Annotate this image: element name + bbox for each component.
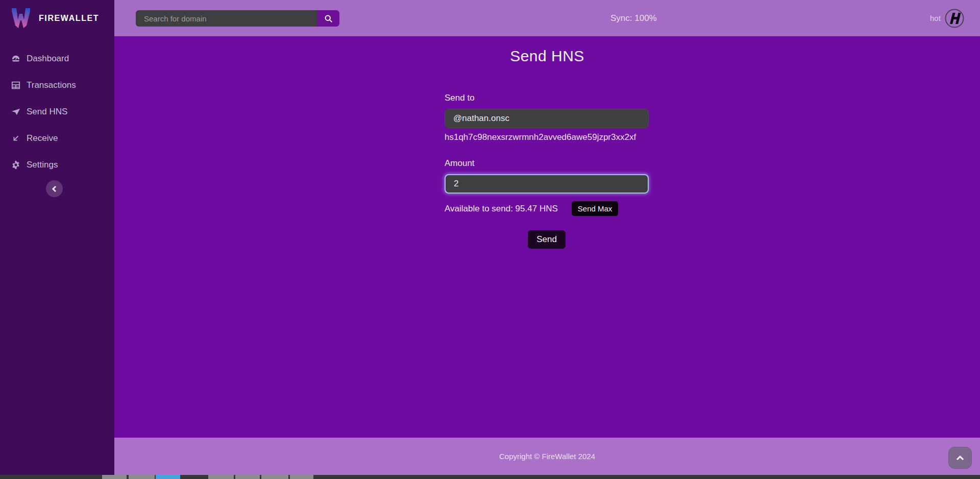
sidebar-item-label: Send HNS [27, 107, 67, 117]
send-to-label: Send to [445, 93, 649, 103]
sidebar-item-label: Transactions [27, 80, 76, 90]
taskbar-item[interactable] [208, 475, 234, 479]
amount-label: Amount [445, 158, 649, 169]
footer: Copyright © FireWallet 2024 [114, 438, 980, 475]
firewallet-logo-icon [11, 7, 31, 29]
search-input[interactable] [136, 10, 317, 27]
sidebar-item-transactions[interactable]: Transactions [0, 72, 114, 99]
send-to-input[interactable] [445, 109, 649, 128]
available-balance: Available to send: 95.47 HNS [445, 204, 558, 214]
sidebar-item-label: Receive [27, 133, 58, 143]
sidebar-item-receive[interactable]: Receive [0, 125, 114, 152]
main-content: Send HNS Send to hs1qh7c98nexsrzwrmnh2av… [114, 36, 980, 438]
copyright-text: Copyright © FireWallet 2024 [499, 452, 595, 461]
send-form: Send to hs1qh7c98nexsrzwrmnh2avved6awe59… [445, 93, 649, 249]
taskbar-item[interactable] [261, 475, 288, 479]
sync-status: Sync: 100% [610, 0, 657, 36]
topbar: Sync: 100% hot [114, 0, 980, 36]
chevron-left-icon [52, 186, 58, 192]
taskbar-item-active[interactable] [156, 475, 180, 479]
sidebar: FIREWALLET Dashboard Transactions Send H… [0, 0, 114, 475]
table-icon [11, 80, 21, 90]
taskbar-item[interactable] [235, 475, 260, 479]
sidebar-item-send-hns[interactable]: Send HNS [0, 99, 114, 125]
brand-name: FIREWALLET [39, 14, 99, 23]
sidebar-item-label: Dashboard [27, 54, 69, 64]
paper-plane-icon [11, 107, 21, 117]
gear-icon [11, 160, 21, 170]
chevron-up-icon [956, 454, 964, 462]
arrow-down-left-icon [11, 133, 21, 143]
available-row: Available to send: 95.47 HNS Send Max [445, 201, 649, 216]
sidebar-nav: Dashboard Transactions Send HNS Receive … [0, 45, 114, 178]
sidebar-item-label: Settings [27, 160, 58, 170]
taskbar [0, 475, 980, 479]
sidebar-item-dashboard[interactable]: Dashboard [0, 45, 114, 72]
domain-search [136, 10, 339, 27]
search-icon [324, 14, 333, 23]
search-button[interactable] [317, 10, 339, 27]
scroll-to-top-button[interactable] [948, 447, 972, 469]
taskbar-item[interactable] [102, 475, 127, 479]
send-max-button[interactable]: Send Max [572, 201, 619, 216]
amount-input[interactable] [445, 174, 649, 194]
taskbar-item[interactable] [290, 475, 313, 479]
hns-logo-icon[interactable] [945, 9, 964, 28]
wallet-name-label: hot [930, 0, 941, 36]
taskbar-item[interactable] [129, 475, 155, 479]
sidebar-collapse-button[interactable] [46, 180, 63, 197]
resolved-address: hs1qh7c98nexsrzwrmnh2avved6awe59jzpr3xx2… [445, 132, 649, 142]
brand[interactable]: FIREWALLET [0, 0, 114, 36]
send-button[interactable]: Send [528, 230, 566, 249]
gauge-icon [11, 54, 21, 64]
sidebar-item-settings[interactable]: Settings [0, 152, 114, 178]
page-title: Send HNS [114, 47, 980, 65]
